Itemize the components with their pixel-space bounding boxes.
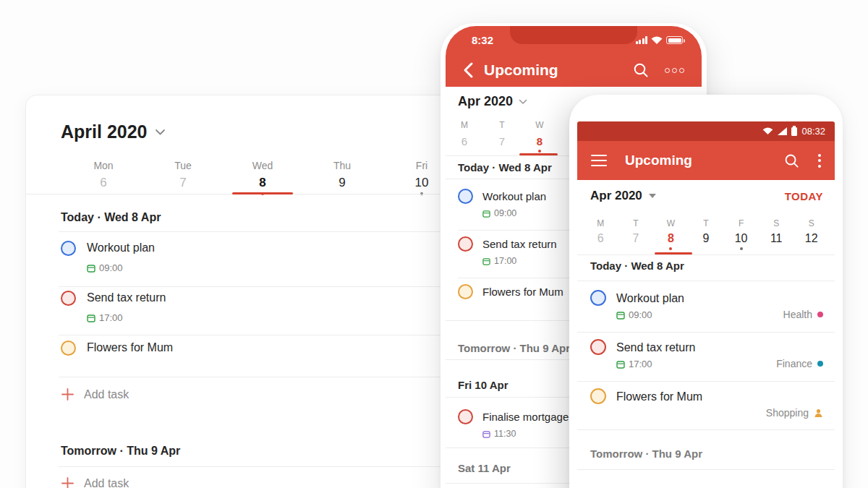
day-w-8-selected[interactable]: W 8 bbox=[653, 216, 689, 250]
day-mon-6[interactable]: Mon 6 bbox=[64, 159, 143, 195]
calendar-icon bbox=[482, 257, 490, 265]
section-header-today: Today · Wed 8 Apr bbox=[61, 211, 161, 224]
month-selector[interactable]: Apr 2020 bbox=[458, 94, 527, 109]
task-row[interactable]: Flowers for Mum bbox=[61, 340, 448, 356]
day-number: 10 bbox=[723, 232, 759, 245]
calendar-icon bbox=[87, 314, 95, 322]
menu-icon[interactable] bbox=[591, 155, 607, 167]
task-checkbox[interactable] bbox=[61, 341, 76, 356]
task-checkbox[interactable] bbox=[458, 236, 473, 252]
day-w-8-selected[interactable]: W 8 bbox=[521, 118, 558, 153]
today-button[interactable]: TODAY bbox=[785, 190, 823, 202]
day-number: 8 bbox=[521, 135, 558, 147]
task-checkbox[interactable] bbox=[590, 290, 606, 306]
section-header-tomorrow: Tomorrow · Thu 9 Apr bbox=[590, 448, 702, 460]
cellular-signal-icon bbox=[778, 127, 787, 135]
day-m-6[interactable]: M 6 bbox=[583, 216, 618, 250]
search-icon[interactable] bbox=[784, 153, 799, 168]
month-label: April 2020 bbox=[61, 121, 148, 142]
day-wed-8-selected[interactable]: Wed 8 bbox=[223, 159, 302, 195]
day-t-9[interactable]: T 9 bbox=[689, 216, 724, 250]
add-task-button[interactable]: Add task bbox=[61, 476, 129, 488]
section-header-tomorrow: Tomorrow · Thu 9 Apr bbox=[458, 342, 570, 354]
section-divider bbox=[59, 466, 448, 467]
more-options-icon[interactable] bbox=[665, 68, 684, 73]
project-name: Finance bbox=[776, 358, 812, 369]
day-label: W bbox=[535, 120, 543, 130]
task-divider bbox=[577, 332, 835, 333]
task-row[interactable]: Flowers for Mum Shopping bbox=[590, 388, 823, 419]
task-schedule: 17:00 bbox=[616, 359, 652, 369]
task-divider bbox=[577, 429, 835, 430]
page-title: Upcoming bbox=[484, 61, 558, 79]
task-title: Workout plan bbox=[482, 190, 546, 202]
day-m-6[interactable]: M 6 bbox=[446, 118, 483, 153]
day-f-10[interactable]: F 10 bbox=[723, 216, 759, 250]
section-header-sat: Sat 11 Apr bbox=[458, 462, 511, 474]
task-row[interactable]: Send tax return 17:00 Finance bbox=[590, 339, 823, 369]
project-label[interactable]: Finance bbox=[776, 358, 823, 369]
day-number: 7 bbox=[483, 135, 521, 147]
task-divider bbox=[577, 381, 835, 382]
calendar-icon bbox=[87, 264, 95, 273]
task-time: 09:00 bbox=[99, 262, 123, 273]
day-t-7[interactable]: T 7 bbox=[618, 216, 654, 250]
selected-day-underline bbox=[519, 153, 558, 155]
task-title: Finalise mortgage bbox=[482, 411, 569, 423]
task-checkbox[interactable] bbox=[61, 291, 76, 306]
day-t-7[interactable]: T 7 bbox=[483, 118, 521, 153]
ios-status-bar: 8:32 bbox=[446, 34, 702, 46]
task-row[interactable]: Send tax return 17:00 bbox=[61, 290, 448, 323]
day-thu-9[interactable]: Thu 9 bbox=[302, 159, 382, 195]
project-name: Shopping bbox=[766, 407, 809, 419]
day-label: T bbox=[499, 120, 504, 130]
task-schedule: 17:00 bbox=[87, 312, 166, 323]
task-row[interactable]: Workout plan 09:00 Health bbox=[590, 290, 823, 320]
section-divider bbox=[59, 231, 448, 232]
plus-icon bbox=[61, 388, 75, 401]
day-number: 7 bbox=[618, 232, 654, 245]
android-app-bar: Upcoming bbox=[577, 141, 835, 180]
day-label: Mon bbox=[93, 160, 113, 171]
day-label: M bbox=[597, 218, 604, 228]
page-title: Upcoming bbox=[625, 153, 692, 168]
search-icon[interactable] bbox=[633, 62, 649, 78]
month-label[interactable]: Apr 2020 bbox=[590, 189, 642, 203]
section-header-fri: Fri 10 Apr bbox=[458, 379, 508, 391]
task-checkbox[interactable] bbox=[458, 409, 473, 424]
task-checkbox[interactable] bbox=[458, 189, 473, 204]
day-label: Tue bbox=[174, 160, 192, 171]
battery-icon bbox=[791, 127, 797, 136]
section-header-today: Today · Wed 8 Apr bbox=[590, 260, 684, 272]
day-label: Fri bbox=[416, 160, 427, 171]
task-time: 09:00 bbox=[494, 208, 516, 218]
project-label[interactable]: Health bbox=[783, 309, 823, 320]
add-task-label: Add task bbox=[84, 388, 129, 401]
task-title: Flowers for Mum bbox=[87, 341, 173, 354]
task-divider bbox=[59, 377, 448, 377]
task-checkbox[interactable] bbox=[590, 339, 606, 355]
back-icon[interactable] bbox=[463, 61, 474, 79]
battery-icon bbox=[666, 36, 683, 44]
overflow-menu-icon[interactable] bbox=[818, 154, 821, 168]
section-divider bbox=[577, 469, 835, 470]
task-checkbox[interactable] bbox=[458, 284, 473, 299]
ios-nav-bar: Upcoming bbox=[446, 61, 702, 79]
calendar-icon bbox=[616, 360, 625, 369]
android-status-bar: 08:32 bbox=[577, 121, 835, 141]
task-schedule: 11:30 bbox=[482, 429, 569, 439]
month-selector[interactable]: April 2020 bbox=[61, 121, 166, 142]
task-checkbox[interactable] bbox=[61, 241, 76, 256]
day-number: 6 bbox=[446, 135, 483, 147]
day-s-11[interactable]: S 11 bbox=[759, 216, 794, 250]
task-checkbox[interactable] bbox=[590, 388, 606, 404]
cellular-signal-icon bbox=[636, 36, 648, 44]
project-label[interactable]: Shopping bbox=[766, 407, 823, 419]
task-title: Flowers for Mum bbox=[616, 390, 702, 403]
day-tue-7[interactable]: Tue 7 bbox=[143, 159, 223, 195]
day-number: 8 bbox=[653, 232, 689, 245]
shared-project-person-icon bbox=[814, 408, 823, 418]
add-task-button[interactable]: Add task bbox=[61, 388, 129, 401]
day-s-12[interactable]: S 12 bbox=[793, 216, 829, 250]
task-row[interactable]: Workout plan 09:00 bbox=[61, 240, 448, 273]
